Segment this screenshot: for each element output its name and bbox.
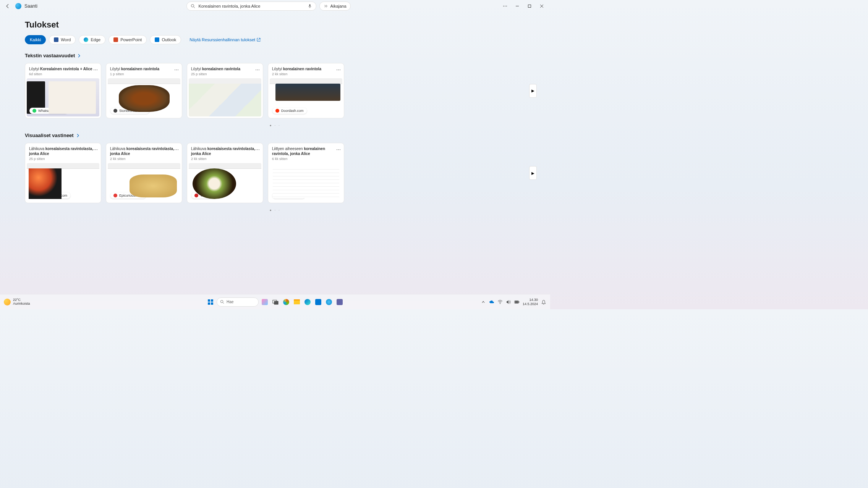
filter-powerpoint[interactable]: PowerPoint (108, 35, 147, 44)
word-icon (54, 37, 58, 42)
svg-point-4 (505, 6, 505, 6)
start-button[interactable] (206, 297, 215, 307)
app-title: Saanti (24, 3, 37, 9)
main-content: Tulokset Kaikki Word Edge PowerPoint Out… (0, 12, 550, 294)
battery-icon[interactable] (514, 299, 520, 305)
source-badge: Koggiiexpress.com (29, 192, 70, 199)
card-more-button[interactable]: ⋯ (93, 147, 98, 152)
tray-expand-icon[interactable] (481, 299, 486, 305)
scroll-right-button[interactable]: ▶ (529, 166, 537, 180)
taskbar: 22°CAurinkoista Hae 14.3014.5.2024 (0, 294, 550, 309)
taskbar-search[interactable]: Hae (217, 297, 259, 307)
taskbar-app-teams[interactable] (335, 297, 344, 307)
business-app-icon (275, 194, 279, 197)
svg-rect-11 (211, 299, 213, 302)
result-card[interactable]: Löytyi korealainen ravintola1 p sitten ⋯… (106, 63, 182, 118)
card-more-button[interactable]: ⋯ (174, 67, 179, 73)
svg-point-14 (220, 300, 223, 302)
chevron-right-icon (77, 54, 81, 58)
result-card[interactable]: Löytyi Korealainen ravintola + Alice6d s… (25, 63, 101, 118)
pagination-dots: ● · · (25, 208, 525, 212)
taskbar-app-recall[interactable] (324, 297, 334, 307)
search-input[interactable] (198, 4, 304, 8)
card-preview: Stonekorean.com (108, 78, 180, 116)
svg-point-3 (503, 6, 504, 6)
svg-rect-21 (518, 301, 519, 303)
doordash-icon (275, 109, 279, 113)
source-badge: Doordash.com (272, 108, 307, 114)
chevron-right-icon (76, 134, 80, 137)
notifications-icon[interactable] (541, 299, 546, 305)
pagination-dots: ● · · (25, 124, 525, 127)
timeline-button[interactable]: Aikajana (319, 2, 350, 11)
taskbar-app-taskview[interactable] (271, 297, 280, 307)
svg-rect-17 (274, 301, 278, 304)
taskbar-app-copilot[interactable] (260, 297, 269, 307)
whatsapp-icon (32, 109, 36, 113)
maximize-button[interactable] (524, 2, 535, 11)
card-more-button[interactable]: ⋯ (336, 67, 341, 73)
card-more-button[interactable]: ⋯ (255, 67, 260, 73)
filter-row: Kaikki Word Edge PowerPoint Outlook Näyt… (25, 35, 525, 44)
taskbar-app-copilot2[interactable] (282, 297, 291, 307)
weather-widget[interactable]: 22°CAurinkoista (4, 298, 30, 306)
source-badge: Epicurious.com (110, 192, 146, 199)
filter-edge[interactable]: Edge (79, 35, 105, 44)
search-icon (220, 300, 224, 304)
onedrive-icon[interactable] (489, 299, 494, 305)
filter-all[interactable]: Kaikki (25, 35, 46, 44)
card-preview: Google.com (189, 78, 261, 116)
card-more-button[interactable]: ⋯ (336, 147, 341, 152)
source-badge: Whatsapp – Alice (29, 108, 68, 114)
result-card[interactable]: Löytyi korealainen ravintola2 kk sitten … (268, 63, 344, 118)
svg-point-5 (506, 6, 507, 6)
svg-rect-7 (528, 5, 531, 8)
external-link-icon (257, 38, 261, 42)
svg-rect-13 (211, 302, 213, 305)
svg-line-15 (223, 302, 224, 304)
svg-point-0 (191, 5, 194, 7)
result-card[interactable]: Löytyi korealainen ravintola25 p sitten … (187, 63, 263, 118)
visual-matches-row: Lähikuva korealaisesta ravintolasta, jon… (25, 143, 525, 203)
search-icon (191, 4, 195, 8)
taskbar-app-edge[interactable] (303, 297, 312, 307)
result-card[interactable]: Liittyen aiheeseen korealainen ravintola… (268, 143, 344, 203)
card-preview: Koggiiexpress.com (27, 163, 99, 201)
filter-outlook[interactable]: Outlook (150, 35, 181, 44)
timeline-icon (324, 4, 328, 8)
taskbar-clock[interactable]: 14.3014.5.2024 (523, 298, 538, 306)
app-icon (15, 3, 21, 9)
result-card[interactable]: Lähikuva korealaisesta ravintolasta, jon… (187, 143, 263, 203)
result-card[interactable]: Lähikuva korealaisesta ravintolasta, jon… (106, 143, 182, 203)
text-matches-row: Löytyi Korealainen ravintola + Alice6d s… (25, 63, 525, 118)
yelp-icon (194, 194, 198, 197)
scroll-right-button[interactable]: ▶ (529, 84, 537, 98)
card-more-button[interactable]: ⋯ (174, 147, 179, 152)
result-card[interactable]: Lähikuva korealaisesta ravintolasta, jon… (25, 143, 101, 203)
minimize-button[interactable] (512, 2, 523, 11)
source-badge: Yelp.com (191, 192, 217, 199)
close-button[interactable] (536, 2, 547, 11)
back-button[interactable] (3, 2, 12, 11)
search-box[interactable] (186, 2, 316, 11)
more-button[interactable] (500, 2, 510, 11)
taskbar-app-explorer[interactable] (292, 297, 301, 307)
filter-word[interactable]: Word (49, 35, 76, 44)
card-more-button[interactable]: ⋯ (255, 147, 260, 152)
wifi-icon[interactable] (497, 299, 503, 305)
svg-line-1 (194, 7, 195, 8)
source-badge: Yrityssovellus (272, 192, 305, 199)
card-preview: Doordash.com (270, 78, 342, 116)
section-visual-matches[interactable]: Visuaaliset vastineet (25, 133, 525, 138)
source-badge: Stonekorean.com (110, 108, 149, 114)
volume-icon[interactable] (506, 299, 511, 305)
explorer-results-link[interactable]: Näytä Resurssienhallinnan tulokset (189, 37, 261, 42)
mic-icon[interactable] (308, 4, 312, 8)
svg-rect-10 (208, 299, 210, 302)
taskbar-app-store[interactable] (314, 297, 323, 307)
card-more-button[interactable]: ⋯ (93, 67, 98, 73)
section-text-matches[interactable]: Tekstin vastaavuudet (25, 53, 525, 58)
site-icon (32, 194, 36, 197)
source-badge: Google.com (191, 108, 222, 114)
powerpoint-icon (113, 37, 118, 42)
